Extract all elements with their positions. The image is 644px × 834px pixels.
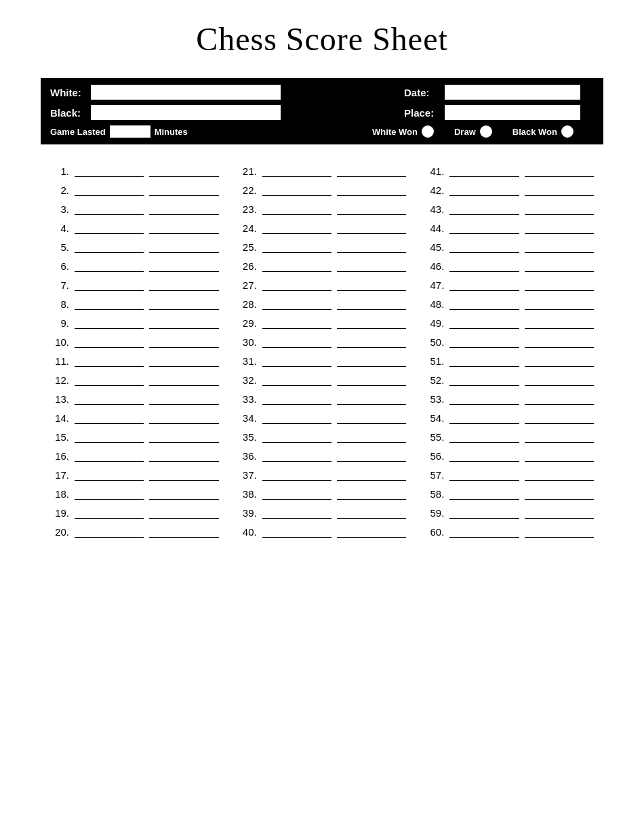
move-black-line <box>337 374 406 386</box>
move-white-line <box>75 355 144 367</box>
move-black-line <box>337 488 406 500</box>
draw-label: Draw <box>454 127 476 137</box>
move-black-line <box>337 450 406 462</box>
move-number: 31. <box>235 355 260 367</box>
move-white-line <box>262 241 331 253</box>
move-row: 7. <box>47 279 222 291</box>
white-won-circle[interactable] <box>422 125 434 138</box>
move-black-line <box>337 507 406 519</box>
move-row: 47. <box>422 279 597 291</box>
minutes-input[interactable] <box>110 125 150 138</box>
move-white-line <box>262 298 331 310</box>
move-row: 40. <box>235 525 409 538</box>
move-black-line <box>149 165 218 177</box>
move-row: 46. <box>422 260 597 272</box>
move-black-line <box>337 260 406 272</box>
move-black-line <box>525 488 594 500</box>
move-row: 60. <box>422 525 597 538</box>
move-white-line <box>262 317 331 329</box>
move-row: 32. <box>235 374 409 386</box>
move-white-line <box>449 203 519 215</box>
white-input[interactable] <box>91 85 281 100</box>
move-row: 5. <box>47 241 222 253</box>
move-black-line <box>525 469 594 481</box>
move-white-line <box>75 412 144 424</box>
move-black-line <box>525 431 594 443</box>
move-row: 13. <box>47 393 222 405</box>
move-row: 11. <box>47 355 222 367</box>
move-white-line <box>75 298 144 310</box>
move-number: 35. <box>235 431 260 443</box>
move-white-line <box>75 374 144 386</box>
move-black-line <box>149 241 218 253</box>
move-row: 21. <box>235 165 409 177</box>
move-row: 6. <box>47 260 222 272</box>
move-black-line <box>337 525 406 538</box>
move-black-line <box>149 355 218 367</box>
move-row: 14. <box>47 412 222 424</box>
move-row: 16. <box>47 450 222 462</box>
move-row: 42. <box>422 184 597 196</box>
place-input[interactable] <box>445 105 580 120</box>
move-number: 22. <box>235 184 260 196</box>
move-black-line <box>149 450 218 462</box>
draw-circle[interactable] <box>480 125 492 138</box>
move-row: 57. <box>422 469 597 481</box>
move-white-line <box>449 393 519 405</box>
moves-col-2: 21.22.23.24.25.26.27.28.29.30.31.32.33.3… <box>228 165 416 544</box>
white-won-label: White Won <box>372 127 418 137</box>
move-black-line <box>337 393 406 405</box>
move-row: 44. <box>422 222 597 234</box>
move-number: 1. <box>47 165 72 177</box>
black-won-circle[interactable] <box>561 125 573 138</box>
move-black-line <box>525 317 594 329</box>
move-row: 8. <box>47 298 222 310</box>
move-row: 48. <box>422 298 597 310</box>
move-row: 30. <box>235 336 409 348</box>
move-number: 8. <box>47 298 72 310</box>
move-row: 4. <box>47 222 222 234</box>
move-row: 41. <box>422 165 597 177</box>
move-row: 12. <box>47 374 222 386</box>
move-number: 6. <box>47 260 72 272</box>
move-white-line <box>75 393 144 405</box>
move-row: 29. <box>235 317 409 329</box>
move-black-line <box>149 469 218 481</box>
move-number: 38. <box>235 488 260 500</box>
move-white-line <box>449 184 519 196</box>
move-white-line <box>449 241 519 253</box>
move-row: 36. <box>235 450 409 462</box>
black-label: Black: <box>50 107 91 119</box>
move-white-line <box>75 203 144 215</box>
move-black-line <box>149 298 218 310</box>
move-white-line <box>75 507 144 519</box>
white-field-row: White: <box>50 85 390 100</box>
result-row: Game Lasted Minutes White Won Draw Black… <box>50 125 594 138</box>
move-number: 45. <box>422 241 447 253</box>
move-black-line <box>525 450 594 462</box>
black-input[interactable] <box>91 105 281 120</box>
move-black-line <box>525 298 594 310</box>
move-row: 52. <box>422 374 597 386</box>
move-white-line <box>75 317 144 329</box>
move-number: 16. <box>47 450 72 462</box>
move-white-line <box>262 374 331 386</box>
move-row: 37. <box>235 469 409 481</box>
move-black-line <box>149 222 218 234</box>
move-white-line <box>449 298 519 310</box>
white-label: White: <box>50 87 91 98</box>
white-won-option: White Won <box>372 125 434 138</box>
move-black-line <box>525 393 594 405</box>
move-number: 37. <box>235 469 260 481</box>
move-number: 55. <box>422 431 447 443</box>
move-row: 2. <box>47 184 222 196</box>
move-row: 55. <box>422 431 597 443</box>
move-number: 36. <box>235 450 260 462</box>
move-row: 53. <box>422 393 597 405</box>
move-black-line <box>337 355 406 367</box>
date-input[interactable] <box>445 85 580 100</box>
move-black-line <box>525 525 594 538</box>
place-field-row: Place: <box>404 105 594 120</box>
move-number: 48. <box>422 298 447 310</box>
move-number: 30. <box>235 336 260 348</box>
